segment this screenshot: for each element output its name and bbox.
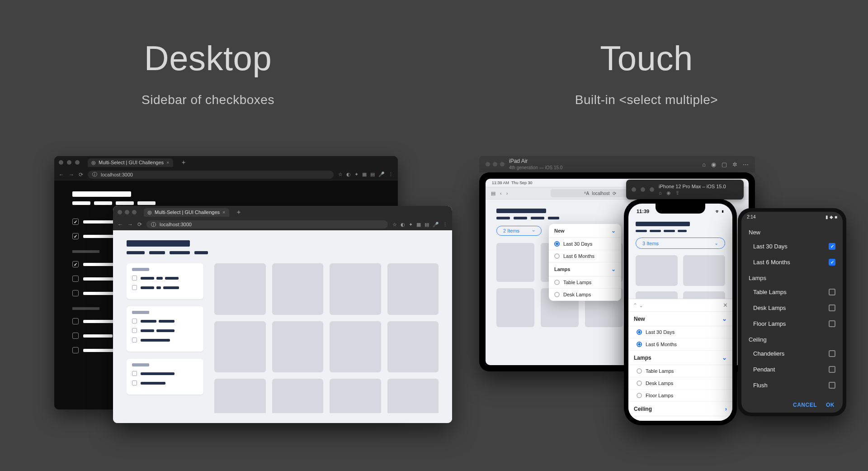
select-group-header[interactable]: Lamps⌄ bbox=[628, 351, 732, 365]
traffic-light-close[interactable] bbox=[486, 162, 490, 167]
product-tile[interactable] bbox=[496, 288, 534, 327]
select-group-header[interactable]: New⌄ bbox=[549, 224, 621, 238]
extension-icon-3[interactable]: ▤ bbox=[425, 222, 429, 228]
select-option[interactable]: Table Lamps bbox=[741, 284, 843, 300]
filter-checkbox-row[interactable] bbox=[132, 285, 198, 290]
product-tile[interactable] bbox=[387, 263, 439, 315]
menu-icon[interactable]: ⋮ bbox=[443, 222, 448, 228]
select-option[interactable]: Last 6 Months bbox=[741, 254, 843, 270]
nav-forward-icon[interactable]: → bbox=[127, 221, 133, 228]
extension-icon-2[interactable]: ▦ bbox=[416, 222, 421, 228]
product-tile[interactable] bbox=[683, 255, 725, 286]
select-multiple-trigger[interactable]: 3 Items⌄ bbox=[636, 238, 725, 249]
select-option[interactable]: Last 6 Months bbox=[628, 338, 732, 351]
nav-back-icon[interactable]: ← bbox=[118, 221, 123, 228]
select-option[interactable]: Table Lamps bbox=[549, 276, 621, 289]
product-tile[interactable] bbox=[214, 321, 266, 373]
traffic-light-close[interactable] bbox=[118, 210, 122, 214]
address-bar[interactable]: ⓘ localhost:3000 bbox=[146, 220, 388, 228]
product-tile[interactable] bbox=[496, 243, 534, 282]
traffic-light-max[interactable] bbox=[75, 160, 80, 165]
checkbox-icon[interactable] bbox=[132, 371, 137, 376]
checkbox-icon[interactable] bbox=[829, 366, 835, 373]
extension-icon-3[interactable]: ▤ bbox=[370, 171, 375, 177]
site-info-icon[interactable]: ⓘ bbox=[151, 221, 156, 228]
checkbox-icon[interactable] bbox=[829, 304, 835, 311]
nav-reload-icon[interactable]: ⟳ bbox=[137, 221, 142, 228]
select-multiple-trigger[interactable]: 2 Items bbox=[496, 226, 542, 236]
checkbox-icon[interactable] bbox=[132, 276, 137, 281]
product-tile[interactable] bbox=[214, 263, 266, 315]
checkbox-icon[interactable] bbox=[829, 259, 835, 266]
browser-tab[interactable]: ◎ Multi-Select | GUI Challenges × bbox=[144, 208, 229, 217]
rotate-icon[interactable]: ▢ bbox=[722, 161, 727, 168]
product-tile[interactable] bbox=[387, 379, 439, 413]
cancel-button[interactable]: CANCEL bbox=[793, 402, 817, 408]
puzzle-icon[interactable]: ✦ bbox=[409, 222, 413, 228]
product-tile[interactable] bbox=[387, 321, 439, 373]
reader-icon[interactable]: ᴬA bbox=[584, 191, 589, 196]
checkbox-icon[interactable] bbox=[132, 328, 137, 333]
filter-checkbox-row[interactable] bbox=[132, 371, 198, 376]
select-option[interactable]: Last 30 Days bbox=[628, 326, 732, 338]
select-option[interactable]: Desk Lamps bbox=[628, 377, 732, 390]
filter-checkbox-row[interactable] bbox=[132, 319, 198, 324]
select-group-header[interactable]: By Room› bbox=[628, 416, 732, 421]
mic-icon[interactable]: 🎤 bbox=[433, 222, 439, 228]
select-option[interactable]: Pendant bbox=[741, 362, 843, 377]
checkbox-icon[interactable] bbox=[132, 381, 137, 385]
nav-reload-icon[interactable]: ⟳ bbox=[79, 171, 83, 178]
select-option[interactable]: Flush bbox=[741, 377, 843, 393]
checkbox-icon[interactable] bbox=[829, 289, 835, 295]
checkbox-icon[interactable] bbox=[72, 233, 79, 239]
traffic-light-min[interactable] bbox=[493, 162, 497, 167]
checkbox-icon[interactable] bbox=[72, 318, 79, 324]
select-group-header[interactable]: New⌄ bbox=[628, 312, 732, 326]
product-tile[interactable] bbox=[214, 379, 266, 413]
checkbox-icon[interactable] bbox=[132, 285, 137, 290]
ok-button[interactable]: OK bbox=[826, 402, 835, 408]
filter-checkbox-row[interactable] bbox=[132, 338, 198, 343]
tab-close-icon[interactable]: × bbox=[166, 160, 169, 165]
chevron-up-icon[interactable]: ⌃ bbox=[633, 302, 637, 309]
tab-close-icon[interactable]: × bbox=[222, 209, 225, 215]
select-option[interactable]: Floor Lamps bbox=[628, 390, 732, 402]
traffic-light-min[interactable] bbox=[641, 187, 645, 192]
select-option[interactable]: Last 30 Days bbox=[549, 238, 621, 250]
checkbox-icon[interactable] bbox=[132, 319, 137, 324]
extension-icon[interactable]: ◐ bbox=[346, 171, 351, 177]
select-option[interactable]: Last 30 Days bbox=[741, 238, 843, 254]
filter-checkbox-row[interactable] bbox=[132, 381, 198, 385]
nav-forward-icon[interactable]: → bbox=[69, 171, 74, 178]
screenshot-icon[interactable]: ◉ bbox=[711, 161, 716, 168]
checkbox-icon[interactable] bbox=[72, 333, 79, 339]
appearance-icon[interactable]: ✲ bbox=[732, 161, 737, 168]
new-tab-button[interactable]: ＋ bbox=[236, 208, 242, 216]
select-option[interactable]: Chandeliers bbox=[741, 346, 843, 362]
nav-forward-icon[interactable]: › bbox=[506, 190, 508, 196]
product-tile[interactable] bbox=[330, 263, 381, 315]
home-icon[interactable]: ⌂ bbox=[659, 190, 662, 196]
nav-back-icon[interactable]: ← bbox=[59, 171, 64, 178]
checkbox-icon[interactable] bbox=[72, 276, 79, 282]
checkbox-icon[interactable] bbox=[72, 219, 79, 225]
product-tile[interactable] bbox=[636, 255, 678, 286]
product-tile[interactable] bbox=[272, 263, 324, 315]
traffic-light-close[interactable] bbox=[59, 160, 63, 165]
checkbox-icon[interactable] bbox=[132, 338, 137, 343]
screenshot-icon[interactable]: ◉ bbox=[666, 190, 671, 196]
select-group-header[interactable]: Ceiling› bbox=[628, 402, 732, 416]
select-option[interactable]: Table Lamps bbox=[628, 365, 732, 377]
address-bar[interactable]: ⓘ localhost:3000 bbox=[88, 171, 334, 179]
extension-icon-2[interactable]: ▦ bbox=[362, 171, 367, 177]
mic-icon[interactable]: 🎤 bbox=[378, 171, 385, 177]
filter-checkbox-row[interactable] bbox=[132, 276, 198, 281]
home-icon[interactable]: ⌂ bbox=[702, 161, 706, 168]
traffic-light-close[interactable] bbox=[632, 187, 636, 192]
checkbox-icon[interactable] bbox=[829, 243, 835, 250]
product-tile[interactable] bbox=[272, 379, 324, 413]
puzzle-icon[interactable]: ✦ bbox=[354, 171, 359, 177]
filter-checkbox-row[interactable] bbox=[132, 328, 198, 333]
site-info-icon[interactable]: ⓘ bbox=[92, 171, 97, 178]
browser-tab[interactable]: ◎ Multi-Select | GUI Challenges × bbox=[88, 158, 173, 167]
